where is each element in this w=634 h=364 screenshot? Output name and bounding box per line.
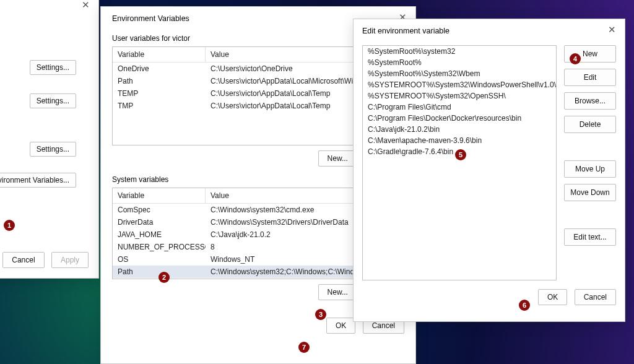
var-name: DriverData [113, 216, 206, 228]
var-name: NUMBER_OF_PROCESSORS [113, 241, 206, 253]
startup-heading: formation [0, 127, 89, 136]
step-badge-2: 2 [158, 272, 170, 283]
apply-button[interactable]: Apply [51, 252, 89, 268]
list-item[interactable]: %SystemRoot% [363, 57, 556, 68]
ok-button[interactable]: OK [326, 318, 355, 334]
edit-environment-variable-window: ✕ Edit environment variable %SystemRoot%… [353, 19, 625, 322]
edit-text-button[interactable]: Edit text... [564, 228, 616, 246]
edit-button[interactable]: Edit [564, 69, 616, 86]
window-title: Edit environment variable [362, 27, 616, 35]
var-name: JAVA_HOME [113, 228, 206, 241]
var-name: Path [113, 75, 206, 87]
list-item[interactable]: %SYSTEMROOT%\System32\OpenSSH\ [363, 90, 556, 102]
sys-new-button[interactable]: New... [318, 284, 357, 300]
list-item[interactable]: %SystemRoot%\System32\Wbem [363, 68, 556, 79]
move-up-button[interactable]: Move Up [564, 160, 616, 178]
ok-button[interactable]: OK [538, 289, 567, 305]
profiles-settings-button[interactable]: Settings... [30, 93, 76, 108]
close-icon[interactable]: ✕ [608, 24, 616, 35]
browse-button[interactable]: Browse... [564, 92, 616, 110]
performance-settings-button[interactable]: Settings... [30, 60, 76, 75]
perf-description: age, and virtual memory [0, 45, 89, 54]
list-item[interactable]: %SystemRoot%\system32 [363, 46, 556, 57]
step-badge-7: 7 [298, 342, 310, 353]
list-item[interactable]: %SYSTEMROOT%\System32\WindowsPowerShell\… [363, 79, 556, 90]
cancel-button[interactable]: Cancel [575, 289, 616, 305]
col-header-variable[interactable]: Variable [113, 47, 206, 63]
admin-note: ke most of these changes. [0, 18, 89, 27]
user-new-button[interactable]: New... [318, 150, 357, 167]
path-entries-list[interactable]: %SystemRoot%\system32%SystemRoot%%System… [362, 45, 557, 280]
move-down-button[interactable]: Move Down [564, 184, 616, 201]
list-item[interactable]: C:\Maven\apache-maven-3.9.6\bin [363, 135, 556, 146]
step-badge-5: 5 [455, 149, 466, 160]
step-badge-6: 6 [519, 300, 530, 311]
var-name: TEMP [113, 87, 206, 100]
delete-button[interactable]: Delete [564, 116, 616, 133]
var-name: OneDrive [113, 63, 206, 75]
var-name: OS [113, 253, 206, 266]
tab-strip: Protection Remote [0, 1, 89, 9]
step-badge-4: 4 [570, 53, 581, 64]
list-item[interactable]: C:\Java\jdk-21.0.2\bin [363, 124, 556, 135]
col-header-variable[interactable]: Variable [113, 188, 206, 204]
list-item[interactable]: C:\Program Files\Git\cmd [363, 102, 556, 113]
startup-settings-button[interactable]: Settings... [30, 142, 76, 157]
list-item[interactable]: C:\Program Files\Docker\Docker\resources… [363, 113, 556, 124]
environment-variables-button[interactable]: Environment Variables... [0, 173, 76, 188]
system-properties-window: ✕ Protection Remote ke most of these cha… [0, 0, 99, 279]
cancel-button[interactable]: Cancel [2, 252, 44, 268]
var-name: ComSpec [113, 204, 206, 216]
step-badge-3: 3 [315, 309, 326, 320]
var-name: TMP [113, 100, 206, 112]
step-badge-1: 1 [4, 220, 15, 231]
close-icon[interactable]: ✕ [82, 0, 90, 11]
